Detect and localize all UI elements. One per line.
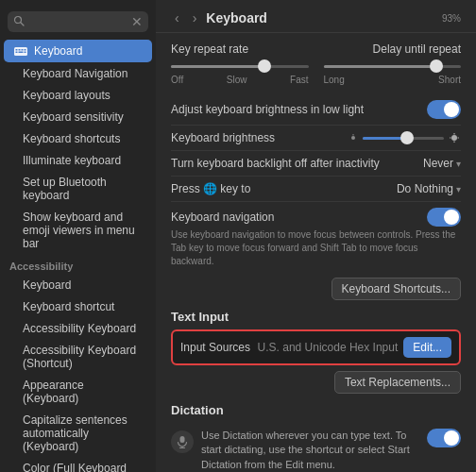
slider1-label-off: Off — [171, 75, 183, 85]
backlight-off-label: Turn keyboard backlight off after inacti… — [171, 157, 423, 170]
sidebar-item-keyboard-navigation-label: Keyboard Navigation — [23, 67, 128, 80]
slider1-label-fast: Fast — [290, 75, 308, 85]
sidebar: Keyboard ✕ Keyboard Keyboard Navigation … — [0, 0, 156, 472]
keyboard-nav-description: Use keyboard navigation to move focus be… — [171, 228, 461, 268]
backlight-off-value: Never — [423, 157, 453, 170]
press-key-value: Do Nothing — [397, 182, 453, 195]
delay-until-repeat-slider-container[interactable]: Long Short — [324, 59, 462, 85]
sidebar-item-keyboard-label: Keyboard — [34, 44, 82, 58]
delay-until-repeat-label: Delay until repeat — [373, 42, 461, 56]
sidebar-item-acc-capitalize-label: Capitalize sentences automatically (Keyb… — [23, 413, 143, 453]
search-icon — [13, 15, 25, 29]
svg-rect-4 — [19, 49, 21, 51]
sidebar-item-keyboard-sensitivity[interactable]: Keyboard sensitivity — [4, 107, 152, 127]
keyboard-icon — [13, 43, 28, 59]
clear-icon[interactable]: ✕ — [131, 14, 143, 29]
adjust-brightness-row: Adjust keyboard brightness in low light — [171, 94, 461, 126]
keyboard-nav-section: Keyboard navigation Use keyboard navigat… — [171, 202, 461, 278]
svg-rect-5 — [22, 49, 24, 51]
sidebar-item-acc-capitalize[interactable]: Capitalize sentences automatically (Keyb… — [4, 410, 152, 457]
forward-button[interactable]: › — [189, 9, 201, 26]
toggle-knob-3 — [444, 430, 459, 446]
sidebar-item-keyboard-shortcuts[interactable]: Keyboard shortcuts — [4, 128, 152, 149]
toggle-knob — [444, 102, 459, 117]
keyboard-nav-label: Keyboard navigation — [171, 211, 427, 224]
text-input-section-title: Text Input — [171, 310, 461, 324]
input-sources-right: U.S. and Unicode Hex Input Edit... — [258, 337, 451, 358]
svg-rect-6 — [25, 49, 26, 51]
keyboard-brightness-slider[interactable] — [348, 131, 461, 144]
mic-icon — [171, 430, 194, 453]
sidebar-item-acc-accessibility-keyboard-label: Accessibility Keyboard — [23, 322, 136, 335]
sidebar-item-illuminate-keyboard[interactable]: Illuminate keyboard — [4, 150, 152, 171]
main-header: ‹ › Keyboard 93% — [156, 0, 476, 33]
input-sources-label: Input Sources — [180, 341, 250, 354]
sidebar-item-illuminate-keyboard-label: Illuminate keyboard — [23, 154, 121, 167]
press-key-dropdown[interactable]: Do Nothing ▾ — [397, 182, 461, 195]
text-replacements-button[interactable]: Text Replacements... — [334, 371, 461, 394]
slider2-label-long: Long — [324, 75, 345, 85]
svg-rect-17 — [180, 436, 185, 443]
sidebar-item-bluetooth-keyboard-label: Set up Bluetooth keyboard — [23, 176, 143, 202]
chevron-down-icon: ▾ — [456, 159, 461, 169]
keyboard-shortcuts-button[interactable]: Keyboard Shortcuts... — [332, 278, 461, 300]
sidebar-item-acc-color-keyboard[interactable]: Color (Full Keyboard Access) — [4, 458, 152, 472]
text-replacements-row: Text Replacements... — [171, 371, 461, 394]
sidebar-item-acc-accessibility-keyboard-shortcut[interactable]: Accessibility Keyboard (Shortcut) — [4, 340, 152, 374]
sidebar-item-acc-keyboard-shortcut[interactable]: Keyboard shortcut — [4, 296, 152, 317]
chevron-down-icon-2: ▾ — [456, 184, 461, 194]
sidebar-item-keyboard[interactable]: Keyboard — [4, 40, 152, 62]
brightness-high-icon — [448, 132, 461, 143]
sidebar-item-keyboard-navigation[interactable]: Keyboard Navigation — [4, 63, 152, 84]
sidebar-item-acc-keyboard-shortcut-label: Keyboard shortcut — [23, 300, 114, 313]
svg-point-12 — [451, 135, 457, 141]
adjust-brightness-label: Adjust keyboard brightness in low light — [171, 103, 427, 116]
toggle-knob-2 — [444, 210, 459, 225]
svg-rect-7 — [16, 52, 18, 54]
input-sources-row: Input Sources U.S. and Unicode Hex Input… — [171, 329, 461, 365]
svg-rect-9 — [25, 52, 26, 54]
sidebar-item-acc-appearance-keyboard[interactable]: Appearance (Keyboard) — [4, 375, 152, 409]
sidebar-item-acc-keyboard[interactable]: Keyboard — [4, 275, 152, 295]
sidebar-item-keyboard-layouts-label: Keyboard layouts — [23, 89, 110, 102]
backlight-off-dropdown[interactable]: Never ▾ — [423, 157, 461, 170]
search-bar[interactable]: Keyboard ✕ — [8, 11, 148, 32]
sidebar-item-acc-appearance-keyboard-label: Appearance (Keyboard) — [23, 379, 143, 405]
svg-line-1 — [21, 23, 24, 25]
brightness-low-icon — [348, 133, 359, 143]
adjust-brightness-toggle[interactable] — [427, 100, 461, 119]
accessibility-section-header: Accessibility — [0, 255, 156, 274]
keyboard-brightness-label: Keyboard brightness — [171, 131, 348, 144]
sidebar-item-acc-color-keyboard-label: Color (Full Keyboard Access) — [23, 462, 143, 472]
back-button[interactable]: ‹ — [171, 9, 183, 26]
microphone-svg — [177, 435, 188, 448]
page-title: Keyboard — [206, 10, 267, 25]
dictation-toggle[interactable] — [427, 429, 461, 447]
sidebar-item-keyboard-layouts[interactable]: Keyboard layouts — [4, 85, 152, 106]
keyboard-brightness-row: Keyboard brightness — [171, 126, 461, 151]
key-repeat-label: Key repeat rate — [171, 42, 248, 56]
key-repeat-section: Key repeat rate Delay until repeat Off S… — [171, 42, 461, 85]
dictation-description: Use Dictation wherever you can type text… — [201, 429, 419, 472]
content-area: Key repeat rate Delay until repeat Off S… — [156, 33, 476, 472]
main-content: ‹ › Keyboard 93% Key repeat rate Delay u… — [156, 0, 476, 472]
sidebar-item-acc-accessibility-keyboard-shortcut-label: Accessibility Keyboard (Shortcut) — [23, 344, 143, 370]
slider2-label-short: Short — [438, 75, 461, 85]
keyboard-nav-toggle[interactable] — [427, 208, 461, 227]
svg-point-10 — [351, 136, 355, 140]
sidebar-item-bluetooth-keyboard[interactable]: Set up Bluetooth keyboard — [4, 172, 152, 206]
progress-indicator: 93% — [442, 13, 461, 24]
sidebar-item-keyboard-shortcuts-label: Keyboard shortcuts — [23, 132, 120, 145]
slider1-label-slow: Slow — [227, 75, 247, 85]
sidebar-item-show-keyboard-emoji-label: Show keyboard and emoji viewers in menu … — [23, 211, 143, 250]
sidebar-item-acc-keyboard-label: Keyboard — [23, 278, 71, 292]
sidebar-item-show-keyboard-emoji[interactable]: Show keyboard and emoji viewers in menu … — [4, 207, 152, 254]
search-input[interactable]: Keyboard — [28, 15, 128, 28]
press-key-row: Press 🌐 key to Do Nothing ▾ — [171, 177, 461, 202]
key-repeat-slider-container[interactable]: Off Slow Fast — [171, 59, 309, 85]
svg-point-0 — [15, 16, 22, 23]
svg-rect-3 — [16, 49, 18, 51]
input-sources-edit-button[interactable]: Edit... — [403, 337, 451, 358]
shortcuts-btn-row: Keyboard Shortcuts... — [171, 278, 461, 300]
sidebar-item-acc-accessibility-keyboard[interactable]: Accessibility Keyboard — [4, 318, 152, 339]
